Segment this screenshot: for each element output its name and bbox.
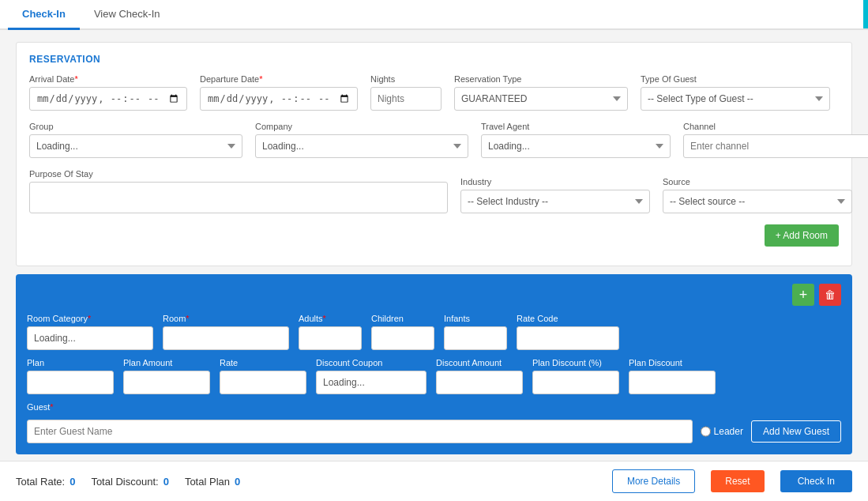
source-group: Source -- Select source --: [663, 177, 852, 213]
arrival-date-group: Arrival Date*: [29, 74, 187, 111]
more-details-button[interactable]: More Details: [612, 469, 695, 493]
plan-discount-label: Plan Discount: [629, 358, 716, 367]
plan-amount-group: Plan Amount: [123, 358, 210, 394]
plan-discount-group: Plan Discount: [629, 358, 716, 394]
guest-group: Guest* Leader Add New Guest: [27, 402, 841, 443]
discount-coupon-select[interactable]: Loading...: [316, 371, 426, 394]
infants-group: Infants: [444, 314, 507, 350]
checkin-button[interactable]: Check In: [780, 470, 852, 492]
room-card-actions: + 🗑: [27, 284, 841, 306]
channel-label: Channel: [683, 122, 868, 131]
rate-code-input[interactable]: [517, 326, 619, 350]
discount-coupon-label: Discount Coupon: [316, 358, 426, 367]
travel-agent-label: Travel Agent: [481, 122, 671, 131]
room-category-select[interactable]: Loading...: [27, 326, 153, 350]
discount-amount-input[interactable]: [436, 371, 523, 394]
source-select[interactable]: -- Select source --: [663, 190, 852, 213]
plan-discount-pct-group: Plan Discount (%): [532, 358, 619, 394]
rate-code-group: Rate Code: [517, 314, 619, 350]
tab-view-checkin[interactable]: View Check-In: [80, 0, 175, 30]
total-plan-item: Total Plan 0: [185, 476, 240, 488]
reset-button[interactable]: Reset: [711, 470, 764, 492]
discount-amount-label: Discount Amount: [436, 358, 523, 367]
adults-label: Adults*: [299, 314, 362, 323]
room-category-group: Room Category* Loading...: [27, 314, 153, 350]
purpose-textarea[interactable]: [29, 182, 448, 213]
company-label: Company: [255, 122, 468, 131]
plan-amount-label: Plan Amount: [123, 358, 210, 367]
room-label: Room*: [163, 314, 289, 323]
total-rate-label: Total Rate:: [16, 476, 65, 488]
reservation-type-select[interactable]: GUARANTEED TENTATIVE WAITLIST: [454, 87, 628, 111]
travel-agent-select[interactable]: Loading...: [481, 134, 671, 158]
plan-discount-input[interactable]: [629, 371, 716, 394]
departure-date-input[interactable]: [200, 87, 358, 111]
total-plan-label: Total Plan: [185, 476, 230, 488]
nights-label: Nights: [370, 74, 442, 84]
form-row-2: Group Loading... Company Loading... Trav…: [29, 122, 839, 158]
adults-group: Adults*: [299, 314, 362, 350]
children-group: Children: [371, 314, 434, 350]
industry-group: Industry -- Select Industry --: [460, 177, 650, 213]
leader-radio[interactable]: [701, 420, 711, 443]
form-row-1: Arrival Date* Departure Date* Nights Res…: [29, 74, 839, 111]
arrival-date-label: Arrival Date*: [29, 74, 187, 84]
nights-input[interactable]: [370, 87, 442, 111]
room-row-2: Plan Plan Amount Rate Discount Coupon Lo…: [27, 358, 841, 394]
type-of-guest-select[interactable]: -- Select Type of Guest --: [641, 87, 830, 111]
room-add-button[interactable]: +: [792, 284, 814, 306]
rate-label: Rate: [220, 358, 306, 367]
source-label: Source: [663, 177, 852, 186]
plan-discount-pct-input[interactable]: [532, 371, 619, 394]
reservation-type-label: Reservation Type: [454, 74, 628, 84]
add-new-guest-button[interactable]: Add New Guest: [751, 420, 841, 443]
plan-amount-input[interactable]: [123, 371, 210, 394]
industry-label: Industry: [460, 177, 650, 186]
reservation-type-group: Reservation Type GUARANTEED TENTATIVE WA…: [454, 74, 628, 111]
room-input[interactable]: [163, 326, 289, 350]
total-discount-value: 0: [163, 476, 169, 488]
discount-amount-group: Discount Amount: [436, 358, 523, 394]
group-select[interactable]: Loading...: [29, 134, 242, 158]
total-discount-label: Total Discount:: [91, 476, 158, 488]
plan-label: Plan: [27, 358, 114, 367]
add-room-button[interactable]: + Add Room: [765, 224, 839, 247]
total-discount-item: Total Discount: 0: [91, 476, 169, 488]
room-group: Room*: [163, 314, 289, 350]
leader-label: Leader: [714, 426, 743, 437]
total-plan-value: 0: [235, 476, 240, 488]
industry-select[interactable]: -- Select Industry --: [460, 190, 650, 213]
travel-agent-group: Travel Agent Loading...: [481, 122, 671, 158]
plan-input[interactable]: [27, 371, 114, 394]
leader-radio-group: Leader: [701, 420, 743, 443]
type-of-guest-label: Type Of Guest: [641, 74, 830, 84]
channel-group: Channel: [683, 122, 868, 158]
company-group: Company Loading...: [255, 122, 468, 158]
arrival-date-input[interactable]: [29, 87, 187, 111]
infants-label: Infants: [444, 314, 507, 323]
rate-code-label: Rate Code: [517, 314, 619, 323]
children-input[interactable]: [371, 326, 434, 350]
guest-row: Leader Add New Guest: [27, 420, 841, 443]
room-category-label: Room Category*: [27, 314, 153, 323]
footer-bar: Total Rate: 0 Total Discount: 0 Total Pl…: [0, 461, 868, 501]
tab-checkin[interactable]: Check-In: [8, 0, 80, 30]
guest-name-input[interactable]: [27, 420, 693, 443]
company-select[interactable]: Loading...: [255, 134, 468, 158]
purpose-group: Purpose Of Stay: [29, 169, 448, 213]
add-room-container: + Add Room: [29, 224, 839, 247]
children-label: Children: [371, 314, 434, 323]
purpose-label: Purpose Of Stay: [29, 169, 448, 179]
discount-coupon-group: Discount Coupon Loading...: [316, 358, 426, 394]
infants-input[interactable]: [444, 326, 507, 350]
guest-label: Guest*: [27, 402, 841, 412]
room-delete-button[interactable]: 🗑: [819, 284, 841, 306]
total-rate-value: 0: [70, 476, 75, 488]
group-label: Group: [29, 122, 242, 131]
rate-input[interactable]: [220, 371, 306, 394]
nights-group: Nights: [370, 74, 442, 111]
channel-input[interactable]: [683, 134, 868, 158]
adults-input[interactable]: [299, 326, 362, 350]
plan-group: Plan: [27, 358, 114, 394]
reservation-title: RESERVATION: [29, 54, 839, 65]
